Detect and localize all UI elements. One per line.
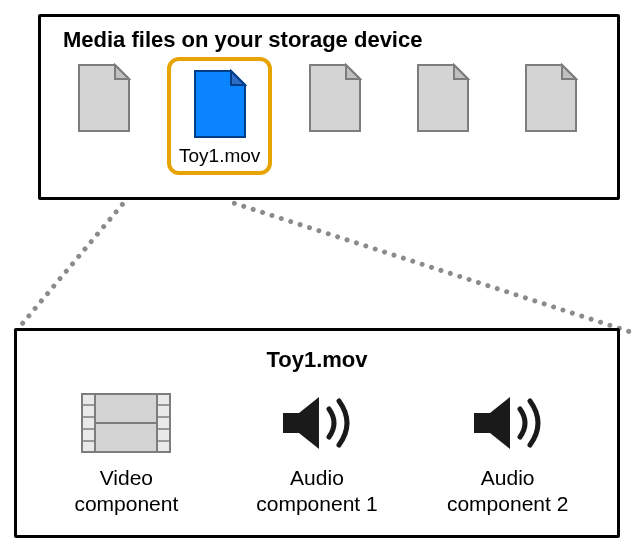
svg-rect-2	[157, 394, 170, 452]
audio-component-1: Audiocomponent 1	[227, 387, 407, 518]
selected-file: Toy1.mov	[179, 69, 260, 167]
file-detail-panel: Toy1.mov Videocompone	[14, 328, 620, 538]
callout-connector	[13, 201, 126, 334]
storage-device-title: Media files on your storage device	[63, 27, 601, 53]
speaker-icon	[468, 387, 548, 459]
component-label: Audiocomponent 1	[256, 465, 377, 518]
component-row: Videocomponent Audiocomponent 1 Audi	[31, 387, 603, 518]
file-icon	[524, 63, 578, 133]
speaker-icon	[277, 387, 357, 459]
filmstrip-icon	[81, 387, 171, 459]
file-icon	[77, 63, 131, 133]
generic-file	[398, 63, 488, 133]
storage-device-panel: Media files on your storage device	[38, 14, 620, 200]
file-row: Toy1.mov	[59, 63, 601, 175]
generic-file	[59, 63, 149, 133]
component-label: Audiocomponent 2	[447, 465, 568, 518]
generic-file	[290, 63, 380, 133]
file-detail-title: Toy1.mov	[31, 347, 603, 373]
callout-connector	[231, 200, 632, 335]
video-component: Videocomponent	[36, 387, 216, 518]
file-icon	[416, 63, 470, 133]
generic-file	[506, 63, 596, 133]
audio-component-2: Audiocomponent 2	[418, 387, 598, 518]
file-icon	[308, 63, 362, 133]
svg-rect-1	[82, 394, 95, 452]
selected-file-frame: Toy1.mov	[167, 57, 272, 175]
file-icon	[193, 69, 247, 139]
component-label: Videocomponent	[74, 465, 178, 518]
file-label: Toy1.mov	[179, 145, 260, 167]
